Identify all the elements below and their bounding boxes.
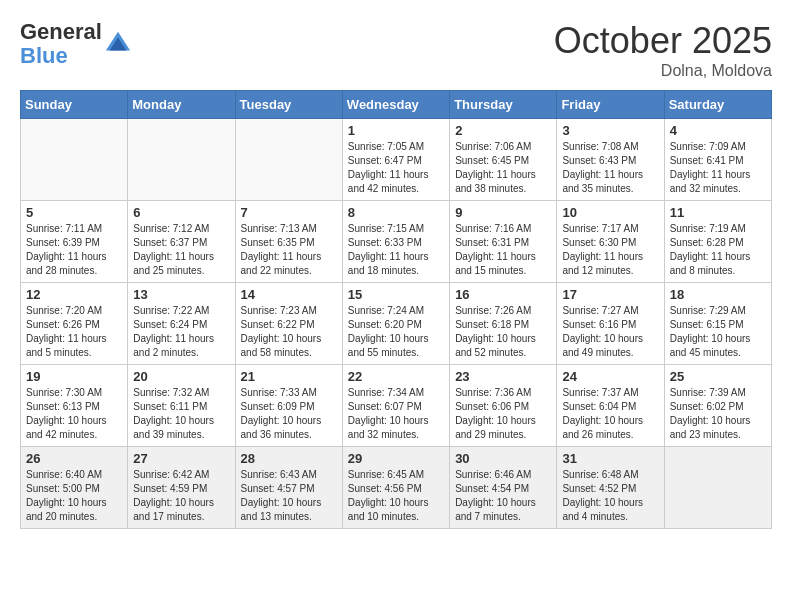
calendar-cell: 13Sunrise: 7:22 AM Sunset: 6:24 PM Dayli… <box>128 283 235 365</box>
calendar-cell: 28Sunrise: 6:43 AM Sunset: 4:57 PM Dayli… <box>235 447 342 529</box>
day-info: Sunrise: 7:12 AM Sunset: 6:37 PM Dayligh… <box>133 222 229 278</box>
day-number: 28 <box>241 451 337 466</box>
weekday-header: Tuesday <box>235 91 342 119</box>
day-info: Sunrise: 7:39 AM Sunset: 6:02 PM Dayligh… <box>670 386 766 442</box>
calendar-cell: 14Sunrise: 7:23 AM Sunset: 6:22 PM Dayli… <box>235 283 342 365</box>
day-number: 6 <box>133 205 229 220</box>
calendar-cell: 10Sunrise: 7:17 AM Sunset: 6:30 PM Dayli… <box>557 201 664 283</box>
calendar-cell: 21Sunrise: 7:33 AM Sunset: 6:09 PM Dayli… <box>235 365 342 447</box>
day-info: Sunrise: 7:09 AM Sunset: 6:41 PM Dayligh… <box>670 140 766 196</box>
calendar-cell: 5Sunrise: 7:11 AM Sunset: 6:39 PM Daylig… <box>21 201 128 283</box>
day-info: Sunrise: 7:32 AM Sunset: 6:11 PM Dayligh… <box>133 386 229 442</box>
weekday-header: Thursday <box>450 91 557 119</box>
title-area: October 2025 Dolna, Moldova <box>554 20 772 80</box>
calendar-cell: 22Sunrise: 7:34 AM Sunset: 6:07 PM Dayli… <box>342 365 449 447</box>
day-number: 19 <box>26 369 122 384</box>
day-number: 31 <box>562 451 658 466</box>
day-number: 30 <box>455 451 551 466</box>
calendar-cell: 25Sunrise: 7:39 AM Sunset: 6:02 PM Dayli… <box>664 365 771 447</box>
day-info: Sunrise: 7:24 AM Sunset: 6:20 PM Dayligh… <box>348 304 444 360</box>
day-number: 17 <box>562 287 658 302</box>
calendar-cell: 18Sunrise: 7:29 AM Sunset: 6:15 PM Dayli… <box>664 283 771 365</box>
day-number: 25 <box>670 369 766 384</box>
day-info: Sunrise: 7:13 AM Sunset: 6:35 PM Dayligh… <box>241 222 337 278</box>
calendar-cell: 24Sunrise: 7:37 AM Sunset: 6:04 PM Dayli… <box>557 365 664 447</box>
calendar-cell: 6Sunrise: 7:12 AM Sunset: 6:37 PM Daylig… <box>128 201 235 283</box>
calendar-cell: 11Sunrise: 7:19 AM Sunset: 6:28 PM Dayli… <box>664 201 771 283</box>
day-info: Sunrise: 6:40 AM Sunset: 5:00 PM Dayligh… <box>26 468 122 524</box>
weekday-header: Wednesday <box>342 91 449 119</box>
calendar-cell: 20Sunrise: 7:32 AM Sunset: 6:11 PM Dayli… <box>128 365 235 447</box>
calendar-cell: 1Sunrise: 7:05 AM Sunset: 6:47 PM Daylig… <box>342 119 449 201</box>
day-number: 4 <box>670 123 766 138</box>
day-info: Sunrise: 7:36 AM Sunset: 6:06 PM Dayligh… <box>455 386 551 442</box>
day-info: Sunrise: 7:05 AM Sunset: 6:47 PM Dayligh… <box>348 140 444 196</box>
day-info: Sunrise: 6:43 AM Sunset: 4:57 PM Dayligh… <box>241 468 337 524</box>
weekday-header-row: SundayMondayTuesdayWednesdayThursdayFrid… <box>21 91 772 119</box>
day-info: Sunrise: 7:30 AM Sunset: 6:13 PM Dayligh… <box>26 386 122 442</box>
day-info: Sunrise: 7:33 AM Sunset: 6:09 PM Dayligh… <box>241 386 337 442</box>
calendar-cell: 30Sunrise: 6:46 AM Sunset: 4:54 PM Dayli… <box>450 447 557 529</box>
calendar-cell <box>21 119 128 201</box>
logo: GeneralBlue <box>20 20 132 68</box>
day-number: 15 <box>348 287 444 302</box>
calendar-cell: 19Sunrise: 7:30 AM Sunset: 6:13 PM Dayli… <box>21 365 128 447</box>
day-number: 9 <box>455 205 551 220</box>
day-info: Sunrise: 7:27 AM Sunset: 6:16 PM Dayligh… <box>562 304 658 360</box>
day-number: 23 <box>455 369 551 384</box>
day-number: 21 <box>241 369 337 384</box>
day-number: 5 <box>26 205 122 220</box>
calendar-cell: 23Sunrise: 7:36 AM Sunset: 6:06 PM Dayli… <box>450 365 557 447</box>
day-number: 18 <box>670 287 766 302</box>
day-number: 1 <box>348 123 444 138</box>
calendar-week-row: 12Sunrise: 7:20 AM Sunset: 6:26 PM Dayli… <box>21 283 772 365</box>
day-info: Sunrise: 7:06 AM Sunset: 6:45 PM Dayligh… <box>455 140 551 196</box>
calendar-cell: 7Sunrise: 7:13 AM Sunset: 6:35 PM Daylig… <box>235 201 342 283</box>
day-info: Sunrise: 7:15 AM Sunset: 6:33 PM Dayligh… <box>348 222 444 278</box>
calendar-cell: 12Sunrise: 7:20 AM Sunset: 6:26 PM Dayli… <box>21 283 128 365</box>
calendar-cell: 31Sunrise: 6:48 AM Sunset: 4:52 PM Dayli… <box>557 447 664 529</box>
calendar-cell <box>664 447 771 529</box>
calendar-cell: 16Sunrise: 7:26 AM Sunset: 6:18 PM Dayli… <box>450 283 557 365</box>
weekday-header: Sunday <box>21 91 128 119</box>
logo-icon <box>104 30 132 58</box>
day-number: 27 <box>133 451 229 466</box>
day-info: Sunrise: 7:37 AM Sunset: 6:04 PM Dayligh… <box>562 386 658 442</box>
day-info: Sunrise: 7:26 AM Sunset: 6:18 PM Dayligh… <box>455 304 551 360</box>
calendar-cell: 8Sunrise: 7:15 AM Sunset: 6:33 PM Daylig… <box>342 201 449 283</box>
page-header: GeneralBlue October 2025 Dolna, Moldova <box>20 20 772 80</box>
calendar-cell: 17Sunrise: 7:27 AM Sunset: 6:16 PM Dayli… <box>557 283 664 365</box>
calendar-week-row: 1Sunrise: 7:05 AM Sunset: 6:47 PM Daylig… <box>21 119 772 201</box>
day-info: Sunrise: 7:17 AM Sunset: 6:30 PM Dayligh… <box>562 222 658 278</box>
weekday-header: Friday <box>557 91 664 119</box>
day-number: 13 <box>133 287 229 302</box>
calendar-cell <box>235 119 342 201</box>
calendar-table: SundayMondayTuesdayWednesdayThursdayFrid… <box>20 90 772 529</box>
day-number: 11 <box>670 205 766 220</box>
calendar-cell: 9Sunrise: 7:16 AM Sunset: 6:31 PM Daylig… <box>450 201 557 283</box>
calendar-cell: 29Sunrise: 6:45 AM Sunset: 4:56 PM Dayli… <box>342 447 449 529</box>
calendar-cell: 2Sunrise: 7:06 AM Sunset: 6:45 PM Daylig… <box>450 119 557 201</box>
day-info: Sunrise: 6:45 AM Sunset: 4:56 PM Dayligh… <box>348 468 444 524</box>
day-info: Sunrise: 6:48 AM Sunset: 4:52 PM Dayligh… <box>562 468 658 524</box>
calendar-cell: 4Sunrise: 7:09 AM Sunset: 6:41 PM Daylig… <box>664 119 771 201</box>
day-number: 22 <box>348 369 444 384</box>
day-number: 10 <box>562 205 658 220</box>
day-number: 26 <box>26 451 122 466</box>
day-info: Sunrise: 7:19 AM Sunset: 6:28 PM Dayligh… <box>670 222 766 278</box>
weekday-header: Saturday <box>664 91 771 119</box>
weekday-header: Monday <box>128 91 235 119</box>
day-number: 29 <box>348 451 444 466</box>
day-info: Sunrise: 6:42 AM Sunset: 4:59 PM Dayligh… <box>133 468 229 524</box>
location: Dolna, Moldova <box>554 62 772 80</box>
day-info: Sunrise: 7:08 AM Sunset: 6:43 PM Dayligh… <box>562 140 658 196</box>
day-info: Sunrise: 7:16 AM Sunset: 6:31 PM Dayligh… <box>455 222 551 278</box>
calendar-cell: 26Sunrise: 6:40 AM Sunset: 5:00 PM Dayli… <box>21 447 128 529</box>
day-number: 8 <box>348 205 444 220</box>
day-info: Sunrise: 7:29 AM Sunset: 6:15 PM Dayligh… <box>670 304 766 360</box>
day-info: Sunrise: 7:23 AM Sunset: 6:22 PM Dayligh… <box>241 304 337 360</box>
day-number: 20 <box>133 369 229 384</box>
logo-blue: Blue <box>20 43 68 68</box>
calendar-cell: 15Sunrise: 7:24 AM Sunset: 6:20 PM Dayli… <box>342 283 449 365</box>
day-info: Sunrise: 6:46 AM Sunset: 4:54 PM Dayligh… <box>455 468 551 524</box>
